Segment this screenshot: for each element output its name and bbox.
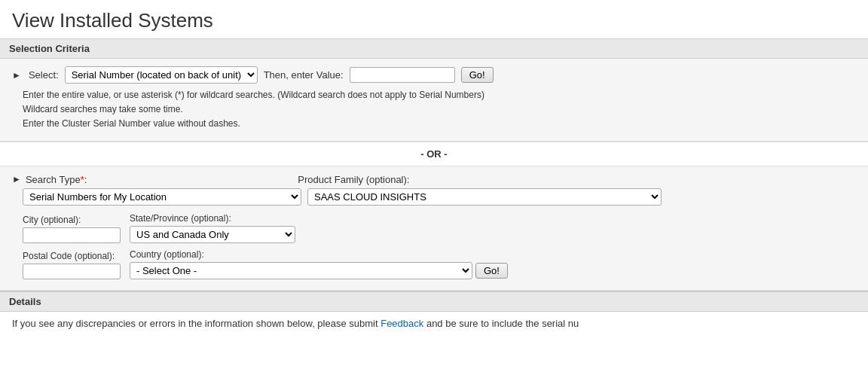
then-label: Then, enter Value: — [264, 69, 344, 81]
details-text: If you see any discrepancies or errors i… — [0, 312, 868, 335]
country-select[interactable]: - Select One - — [130, 262, 472, 279]
page-title: View Installed Systems — [0, 0, 868, 38]
search-selects-row: Serial Numbers for My Location SAAS CLOU… — [23, 188, 856, 206]
postal-label: Postal Code (optional): — [23, 251, 121, 261]
search-type-label: Search Type*: — [26, 174, 87, 185]
feedback-link[interactable]: Feedback — [381, 318, 423, 329]
state-label: State/Province (optional): — [130, 213, 295, 224]
hint-text: Enter the entire value, or use asterisk … — [23, 88, 856, 132]
hint2: Wildcard searches may take some time. — [23, 102, 856, 117]
city-label: City (optional): — [23, 215, 121, 225]
select-label: Select: — [29, 69, 59, 81]
search-type-select[interactable]: Serial Numbers for My Location — [23, 188, 301, 206]
criteria-section: ► Select: Serial Number (located on back… — [0, 59, 868, 142]
postal-input[interactable] — [23, 264, 121, 279]
state-field-group: State/Province (optional): US and Canada… — [130, 213, 295, 243]
label-row: Search Type*: Product Family (optional): — [26, 174, 410, 185]
country-field-group: Country (optional): - Select One - Go! — [130, 249, 508, 279]
details-text-before: If you see any discrepancies or errors i… — [12, 318, 381, 329]
country-label: Country (optional): — [130, 249, 508, 260]
go-button-top[interactable]: Go! — [461, 67, 494, 83]
state-select[interactable]: US and Canada Only — [130, 226, 295, 243]
details-section: Details If you see any discrepancies or … — [0, 291, 868, 335]
serial-number-select[interactable]: Serial Number (located on back of unit) — [65, 66, 258, 84]
search-type-header-row: ► Search Type*: Product Family (optional… — [12, 174, 856, 185]
bullet-icon-2: ► — [12, 174, 21, 184]
value-input[interactable] — [350, 67, 455, 83]
postal-field-group: Postal Code (optional): — [23, 251, 121, 279]
go-button-bottom[interactable]: Go! — [475, 263, 508, 279]
search-section: ► Search Type*: Product Family (optional… — [0, 166, 868, 291]
product-family-select[interactable]: SAAS CLOUD INSIGHTS — [307, 188, 662, 206]
city-field-group: City (optional): — [23, 215, 121, 243]
hint3: Enter the Cluster Serial Number value wi… — [23, 117, 856, 131]
bullet-icon: ► — [12, 70, 21, 81]
selection-criteria-header: Selection Criteria — [0, 38, 868, 59]
or-divider: - OR - — [0, 142, 868, 166]
details-header: Details — [0, 291, 868, 312]
details-text-after: and be sure to include the serial nu — [423, 318, 579, 329]
postal-country-row: Postal Code (optional): Country (optiona… — [23, 249, 856, 279]
hint1: Enter the entire value, or use asterisk … — [23, 88, 856, 102]
city-state-row: City (optional): State/Province (optiona… — [23, 213, 856, 243]
city-input[interactable] — [23, 227, 121, 243]
select-row: ► Select: Serial Number (located on back… — [12, 66, 856, 84]
product-family-label: Product Family (optional): — [298, 174, 409, 185]
